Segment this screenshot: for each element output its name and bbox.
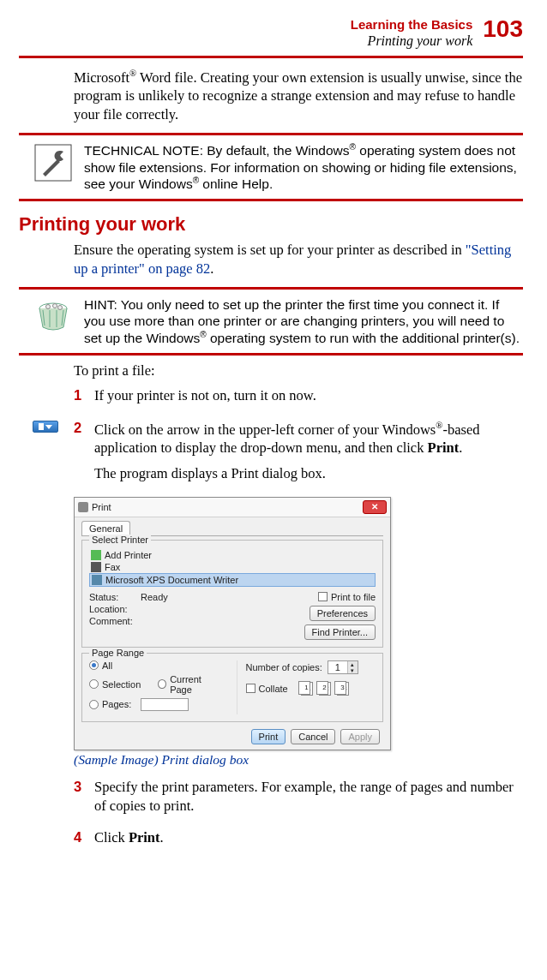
printer-item-xps[interactable]: Microsoft XPS Document Writer <box>89 573 376 587</box>
printer-item-fax[interactable]: Fax <box>89 561 376 573</box>
preferences-button[interactable]: Preferences <box>310 606 376 621</box>
collate-checkbox[interactable]: Collate <box>246 684 288 694</box>
fax-icon <box>91 562 101 572</box>
note-rule-bottom-2 <box>19 353 523 356</box>
printer-list[interactable]: Add Printer Fax Microsoft XPS Document W… <box>89 549 376 587</box>
step-2-after: The program displays a Print dialog box. <box>94 464 523 483</box>
header-chapter-title: Learning the Basics <box>351 17 473 33</box>
step-number: 1 <box>74 386 94 412</box>
step-number: 3 <box>74 778 94 822</box>
spinner-down-icon[interactable]: ▾ <box>348 667 358 673</box>
cancel-button[interactable]: Cancel <box>291 729 335 744</box>
header-section-title: Printing your work <box>351 33 473 49</box>
select-printer-legend: Select Printer <box>89 535 151 545</box>
find-printer-button[interactable]: Find Printer... <box>304 624 376 640</box>
dialog-title: Print <box>92 502 111 512</box>
hint-block: HINT: You only need to set up the printe… <box>19 296 523 346</box>
comment-value <box>141 616 235 626</box>
note-rule-top-2 <box>19 287 523 290</box>
location-value <box>141 604 235 614</box>
step-3-text: Specify the print parameters. For exampl… <box>94 778 523 816</box>
step-1: 1 If your printer is not on, turn it on … <box>74 386 523 412</box>
radio-selection[interactable]: Selection <box>89 674 141 695</box>
page-header: Learning the Basics Printing your work 1… <box>19 17 523 49</box>
status-label: Status: <box>89 592 141 602</box>
tab-general[interactable]: General <box>81 521 130 535</box>
status-value: Ready <box>141 592 235 602</box>
hint-text: HINT: You only need to set up the printe… <box>84 296 523 346</box>
step-4: 4 Click Print. <box>74 828 523 854</box>
hint-basket-icon <box>34 298 72 346</box>
page-range-group: Page Range All Selection Current Page Pa… <box>81 653 383 722</box>
figure-caption: (Sample Image) Print dialog box <box>74 752 523 768</box>
step-3: 3 Specify the print parameters. For exam… <box>74 778 523 822</box>
step-number: 4 <box>74 828 94 854</box>
svg-rect-0 <box>35 145 71 181</box>
radio-all[interactable]: All <box>89 660 219 671</box>
header-rule <box>19 56 523 58</box>
print-dialog: Print ✕ General Select Printer Add Print… <box>74 497 391 750</box>
to-print-a-file: To print a file: <box>74 362 523 379</box>
spinner-up-icon[interactable]: ▴ <box>348 661 358 667</box>
step-number: 2 <box>74 419 94 490</box>
svg-point-4 <box>58 305 63 309</box>
technical-note-block: TECHNICAL NOTE: By default, the Windows®… <box>19 142 523 192</box>
print-button[interactable]: Print <box>251 729 286 744</box>
apply-button[interactable]: Apply <box>340 729 380 744</box>
note-rule-top-1 <box>19 133 523 135</box>
pages-input[interactable] <box>141 698 189 711</box>
office-button-icon <box>33 421 58 433</box>
step-2-text: Click on the arrow in the upper-left cor… <box>94 419 523 457</box>
step-2: 2 Click on the arrow in the upper-left c… <box>74 419 523 490</box>
radio-current-page[interactable]: Current Page <box>158 674 219 695</box>
page-number: 103 <box>483 17 523 41</box>
copies-spinner[interactable]: 1▴▾ <box>328 660 358 674</box>
ensure-paragraph: Ensure the operating system is set up fo… <box>74 241 523 278</box>
comment-label: Comment: <box>89 616 141 626</box>
add-printer-icon <box>91 550 101 560</box>
intro-paragraph: Microsoft® Word file. Creating your own … <box>74 67 523 124</box>
step-4-text: Click Print. <box>94 828 523 847</box>
xps-icon <box>92 575 102 585</box>
page-range-legend: Page Range <box>89 648 147 658</box>
print-to-file-checkbox[interactable]: Print to file <box>318 592 376 602</box>
svg-point-2 <box>46 304 51 308</box>
radio-pages[interactable]: Pages: <box>89 698 219 711</box>
close-button[interactable]: ✕ <box>363 500 387 514</box>
collate-icon: 11 22 33 <box>298 681 350 696</box>
printer-icon <box>78 502 88 512</box>
technical-note-text: TECHNICAL NOTE: By default, the Windows®… <box>84 142 523 192</box>
copies-label: Number of copies: <box>246 662 322 672</box>
select-printer-group: Select Printer Add Printer Fax Microsoft… <box>81 540 383 648</box>
section-heading: Printing your work <box>19 213 523 236</box>
location-label: Location: <box>89 604 141 614</box>
step-1-text: If your printer is not on, turn it on no… <box>94 386 523 405</box>
dialog-titlebar: Print ✕ <box>75 498 390 517</box>
svg-point-3 <box>53 303 57 308</box>
printer-item-add[interactable]: Add Printer <box>89 549 376 561</box>
wrench-icon <box>34 144 72 192</box>
note-rule-bottom-1 <box>19 199 523 201</box>
